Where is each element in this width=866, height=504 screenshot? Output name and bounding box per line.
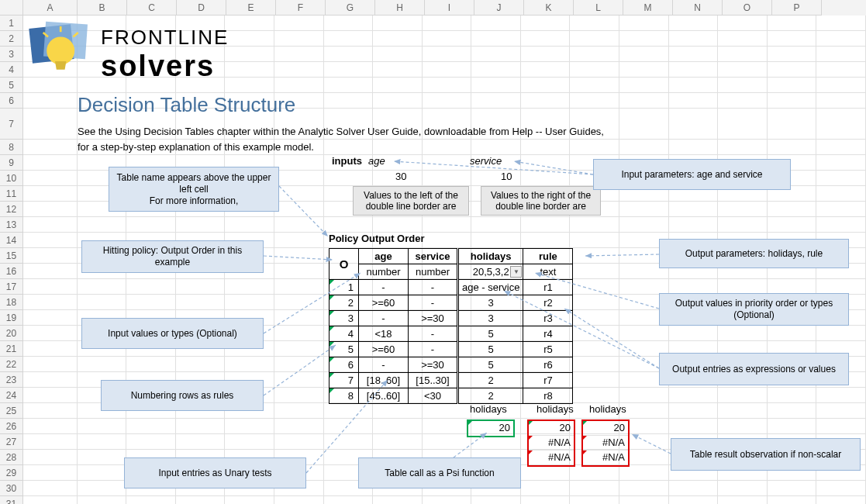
col-header-N[interactable]: N xyxy=(673,0,723,16)
input-service-value[interactable]: 10 xyxy=(501,171,512,182)
rule-age[interactable]: [18..60] xyxy=(359,373,409,388)
row-header-1[interactable]: 1 xyxy=(0,16,23,31)
rule-rule[interactable]: r8 xyxy=(523,388,573,404)
row-header-4[interactable]: 4 xyxy=(0,62,23,78)
col-header-M[interactable]: M xyxy=(623,0,673,16)
col-rule[interactable]: rule xyxy=(523,249,573,264)
rule-number[interactable]: 5 xyxy=(329,342,359,357)
type-rule[interactable]: text xyxy=(523,264,573,280)
rule-service[interactable]: - xyxy=(409,280,458,295)
rule-row[interactable]: 1 - - age - service r1 xyxy=(329,280,573,295)
row-header-29[interactable]: 29 xyxy=(0,465,23,481)
col-header-G[interactable]: G xyxy=(326,0,375,16)
rule-service[interactable]: >=30 xyxy=(409,357,458,373)
rule-holidays[interactable]: 2 xyxy=(458,388,523,404)
rule-rule[interactable]: r7 xyxy=(523,373,573,388)
rule-age[interactable]: <18 xyxy=(359,326,409,342)
row-header-21[interactable]: 21 xyxy=(0,341,23,357)
rule-age[interactable]: >=60 xyxy=(359,342,409,357)
col-header-I[interactable]: I xyxy=(425,0,474,16)
rule-number[interactable]: 2 xyxy=(329,295,359,311)
rule-holidays[interactable]: 5 xyxy=(458,326,523,342)
row-header-10[interactable]: 10 xyxy=(0,171,23,186)
rule-rule[interactable]: r2 xyxy=(523,295,573,311)
rule-number[interactable]: 8 xyxy=(329,388,359,404)
result-red2-0[interactable]: 20 xyxy=(583,421,628,436)
rule-service[interactable]: - xyxy=(409,342,458,357)
result-red2-1[interactable]: #N/A xyxy=(583,436,628,450)
rule-age[interactable]: [45..60] xyxy=(359,388,409,404)
col-holidays[interactable]: holidays xyxy=(458,249,523,264)
rule-rule[interactable]: r5 xyxy=(523,342,573,357)
type-service[interactable]: number xyxy=(409,264,458,280)
select-all-corner[interactable] xyxy=(0,0,23,16)
row-header-28[interactable]: 28 xyxy=(0,450,23,465)
result-box-red-1[interactable]: 20 #N/A #N/A xyxy=(527,419,575,467)
col-header-F[interactable]: F xyxy=(276,0,326,16)
dropdown-icon[interactable]: ▼ xyxy=(510,266,522,278)
col-header-O[interactable]: O xyxy=(723,0,772,16)
input-age-value[interactable]: 30 xyxy=(395,171,406,182)
rule-row[interactable]: 7 [18..60] [15..30] 2 r7 xyxy=(329,373,573,388)
result-red1-0[interactable]: 20 xyxy=(529,421,574,436)
rule-row[interactable]: 6 - >=30 5 r6 xyxy=(329,357,573,373)
col-service[interactable]: service xyxy=(409,249,458,264)
col-header-J[interactable]: J xyxy=(474,0,524,16)
result-box-green[interactable]: 20 xyxy=(467,419,515,437)
rule-number[interactable]: 3 xyxy=(329,311,359,326)
col-header-D[interactable]: D xyxy=(177,0,226,16)
result-box-red-2[interactable]: 20 #N/A #N/A xyxy=(581,419,630,467)
rule-rule[interactable]: r1 xyxy=(523,280,573,295)
rule-service[interactable]: <30 xyxy=(409,388,458,404)
rule-service[interactable]: - xyxy=(409,326,458,342)
rule-age[interactable]: - xyxy=(359,311,409,326)
result-red1-1[interactable]: #N/A xyxy=(529,436,574,450)
rule-row[interactable]: 4 <18 - 5 r4 xyxy=(329,326,573,342)
col-header-A[interactable]: A xyxy=(23,0,78,16)
rule-age[interactable]: - xyxy=(359,280,409,295)
result-red2-2[interactable]: #N/A xyxy=(583,450,628,465)
col-header-B[interactable]: B xyxy=(78,0,127,16)
type-age[interactable]: number xyxy=(359,264,409,280)
row-header-31[interactable]: 31 xyxy=(0,496,23,504)
rule-number[interactable]: 4 xyxy=(329,326,359,342)
rule-number[interactable]: 7 xyxy=(329,373,359,388)
col-header-H[interactable]: H xyxy=(375,0,425,16)
rule-row[interactable]: 3 - >=30 3 r3 xyxy=(329,311,573,326)
rule-rule[interactable]: r4 xyxy=(523,326,573,342)
row-header-7[interactable]: 7 xyxy=(0,109,23,140)
col-age[interactable]: age xyxy=(359,249,409,264)
rule-number[interactable]: 1 xyxy=(329,280,359,295)
rule-row[interactable]: 5 >=60 - 5 r5 xyxy=(329,342,573,357)
row-header-3[interactable]: 3 xyxy=(0,47,23,62)
rule-holidays[interactable]: 5 xyxy=(458,342,523,357)
row-header-26[interactable]: 26 xyxy=(0,419,23,434)
row-header-5[interactable]: 5 xyxy=(0,78,23,93)
row-header-20[interactable]: 20 xyxy=(0,326,23,341)
col-header-L[interactable]: L xyxy=(574,0,623,16)
hit-policy-cell[interactable]: O xyxy=(329,249,359,280)
rule-holidays[interactable]: 5 xyxy=(458,357,523,373)
row-header-12[interactable]: 12 xyxy=(0,202,23,217)
row-header-13[interactable]: 13 xyxy=(0,217,23,233)
rule-holidays[interactable]: 3 xyxy=(458,295,523,311)
row-header-19[interactable]: 19 xyxy=(0,310,23,326)
result-red1-2[interactable]: #N/A xyxy=(529,450,574,465)
rule-holidays[interactable]: 2 xyxy=(458,373,523,388)
rule-holidays[interactable]: age - service xyxy=(458,280,523,295)
rule-age[interactable]: >=60 xyxy=(359,295,409,311)
row-header-24[interactable]: 24 xyxy=(0,388,23,403)
row-header-23[interactable]: 23 xyxy=(0,372,23,388)
row-header-15[interactable]: 15 xyxy=(0,248,23,264)
row-header-30[interactable]: 30 xyxy=(0,481,23,496)
col-header-K[interactable]: K xyxy=(524,0,574,16)
row-header-18[interactable]: 18 xyxy=(0,295,23,310)
row-header-14[interactable]: 14 xyxy=(0,233,23,248)
col-header-P[interactable]: P xyxy=(772,0,822,16)
rule-row[interactable]: 8 [45..60] <30 2 r8 xyxy=(329,388,573,404)
col-header-E[interactable]: E xyxy=(226,0,276,16)
col-header-C[interactable]: C xyxy=(127,0,177,16)
row-header-8[interactable]: 8 xyxy=(0,140,23,155)
result-green-val[interactable]: 20 xyxy=(468,421,513,436)
row-header-17[interactable]: 17 xyxy=(0,279,23,295)
